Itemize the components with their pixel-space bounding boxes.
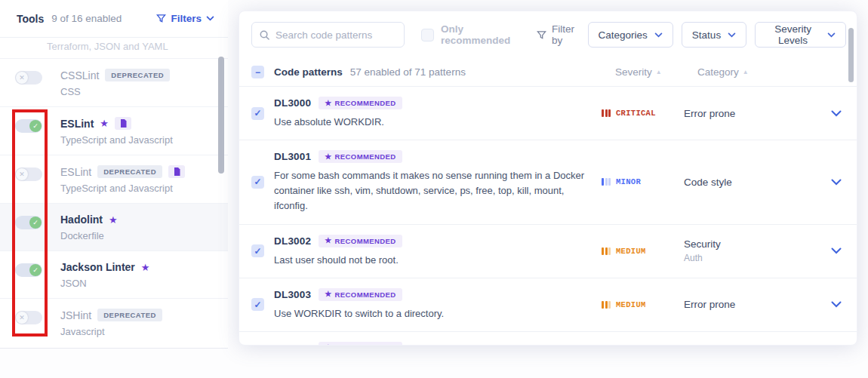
filters-button[interactable]: Filters: [156, 13, 214, 24]
category-sort-header[interactable]: Category ▲: [697, 66, 749, 78]
pattern-row[interactable]: ✓ DL3002 ★RECOMMENDED Last user should n…: [239, 225, 857, 278]
category-subname: Auth: [684, 253, 814, 263]
tool-item-jshint[interactable]: ✕ JSHint DEPRECATED Javascript: [0, 299, 228, 346]
tool-subtitle: JSON: [60, 278, 149, 289]
severity-cell: MEDIUM: [602, 247, 684, 256]
toggle-knob-check-icon: ✓: [29, 120, 42, 132]
chevron-down-icon: [827, 32, 836, 38]
status-dropdown[interactable]: Status: [682, 22, 746, 48]
severity-label: MEDIUM: [616, 300, 646, 309]
tools-sidebar: Tools 9 of 16 enabled Filters Terraform,…: [0, 0, 228, 349]
expand-row-button[interactable]: [814, 247, 857, 254]
categories-dropdown[interactable]: Categories: [588, 22, 673, 48]
pattern-checkbox[interactable]: ✓: [251, 244, 264, 257]
tool-item-hadolint[interactable]: ✓ Hadolint ★ Dockerfile: [0, 204, 228, 251]
category-name: Code style: [684, 177, 814, 188]
severity-levels-dropdown[interactable]: Severity Levels: [755, 22, 846, 48]
toggle-on[interactable]: ✓: [15, 263, 42, 277]
star-icon: ★: [325, 344, 331, 346]
patterns-enabled-summary: 57 enabled of 71 patterns: [350, 66, 466, 78]
tool-subtitle: TypeScript and Javascript: [60, 183, 185, 194]
severity-label: CRITICAL: [616, 109, 656, 118]
severity-cell: MINOR: [602, 177, 684, 186]
filter-by-label: Filter by: [552, 23, 580, 46]
code-patterns-title: Code patterns: [274, 66, 343, 78]
categories-dropdown-label: Categories: [599, 29, 648, 41]
search-icon: [260, 30, 269, 40]
status-dropdown-label: Status: [692, 29, 721, 41]
search-input[interactable]: [275, 29, 396, 41]
severity-bars-icon: [602, 109, 611, 117]
toggle-knob-x-icon: ✕: [16, 312, 28, 324]
tool-name: ESLint: [60, 118, 94, 130]
chevron-down-icon: [206, 16, 214, 21]
only-recommended-checkbox[interactable]: [421, 29, 434, 41]
code-patterns-panel: Only recommended Filter by Categories St…: [239, 11, 857, 346]
toggle-off[interactable]: ✕: [15, 167, 42, 181]
tool-name: ESLint: [60, 166, 91, 178]
pattern-checkbox[interactable]: ✓: [251, 298, 264, 311]
recommended-badge: ★RECOMMENDED: [319, 150, 402, 163]
only-recommended-label: Only recommended: [441, 23, 520, 46]
category-name: Error prone: [684, 299, 814, 310]
tool-item-jackson-linter[interactable]: ✓ Jackson Linter ★ JSON: [0, 251, 228, 299]
category-cell: Error prone: [684, 299, 814, 310]
recommended-badge: ★RECOMMENDED: [319, 288, 402, 301]
recommended-badge: ★RECOMMENDED: [319, 342, 402, 346]
deprecated-badge: DEPRECATED: [105, 69, 170, 81]
tool-item-eslint[interactable]: ✓ ESLint ★ TypeScript and Javascript: [0, 107, 228, 155]
expand-row-button[interactable]: [814, 110, 857, 117]
recommended-badge: ★RECOMMENDED: [319, 97, 402, 109]
pattern-description: For some bash commands it makes no sense…: [274, 168, 591, 214]
star-icon: ★: [325, 290, 331, 298]
partial-tool-subtitle: Terraform, JSON and YAML: [0, 38, 228, 59]
chevron-down-icon: [728, 32, 736, 38]
tool-item-eslint-deprecated[interactable]: ✕ ESLint DEPRECATED TypeScript and Javas…: [0, 155, 228, 204]
tools-title: Tools: [17, 13, 44, 25]
pattern-checkbox[interactable]: ✓: [251, 107, 264, 120]
tool-subtitle: CSS: [60, 86, 170, 97]
pattern-code: DL3004: [274, 343, 311, 346]
tool-list: Terraform, JSON and YAML ✕ CSSLint DEPRE…: [0, 38, 228, 346]
category-name: Error prone: [684, 108, 814, 119]
toggle-on[interactable]: ✓: [15, 119, 42, 133]
pattern-description: Use WORKDIR to switch to a directory.: [274, 306, 591, 321]
severity-bars-icon: [602, 247, 611, 255]
tool-item-csslint[interactable]: ✕ CSSLint DEPRECATED CSS: [0, 59, 228, 107]
deprecated-badge: DEPRECATED: [97, 309, 162, 321]
toggle-off[interactable]: ✕: [15, 71, 42, 85]
patterns-list-header: − Code patterns 57 enabled of 71 pattern…: [239, 58, 857, 87]
page: Tools 9 of 16 enabled Filters Terraform,…: [0, 0, 868, 378]
expand-row-button[interactable]: [814, 301, 857, 308]
severity-cell: CRITICAL: [602, 109, 684, 118]
pattern-code: DL3000: [274, 97, 311, 109]
sidebar-scrollbar[interactable]: [218, 57, 224, 174]
select-all-checkbox[interactable]: −: [251, 66, 264, 78]
star-icon: ★: [109, 215, 118, 225]
toggle-on[interactable]: ✓: [15, 216, 42, 229]
config-file-icon: [168, 165, 185, 178]
pattern-row[interactable]: ✓ DL3003 ★RECOMMENDED Use WORKDIR to swi…: [239, 278, 857, 332]
toggle-knob-x-icon: ✕: [16, 168, 28, 180]
patterns-scrollbar[interactable]: [848, 28, 854, 82]
pattern-row[interactable]: ✓ DL3001 ★RECOMMENDED For some bash comm…: [239, 140, 857, 224]
severity-sort-header[interactable]: Severity ▲: [615, 66, 662, 78]
pattern-checkbox[interactable]: ✓: [251, 176, 264, 189]
tool-subtitle: Javascript: [60, 326, 162, 337]
expand-row-button[interactable]: [814, 179, 857, 186]
search-box[interactable]: [251, 22, 405, 48]
category-cell: Code style: [684, 177, 814, 188]
sort-ascending-icon: ▲: [743, 69, 749, 75]
toggle-off[interactable]: ✕: [15, 311, 42, 324]
severity-label: MINOR: [616, 177, 641, 186]
pattern-row[interactable]: ✓ DL3000 ★RECOMMENDED Use absolute WORKD…: [239, 87, 857, 140]
severity-levels-dropdown-label: Severity Levels: [765, 23, 820, 46]
tool-name: JSHint: [60, 309, 91, 321]
pattern-row[interactable]: ✓ DL3004 ★RECOMMENDED Do not use sudo as…: [239, 332, 857, 346]
sort-ascending-icon: ▲: [656, 69, 662, 75]
toggle-knob-check-icon: ✓: [29, 264, 42, 276]
category-cell: Security Auth: [684, 238, 814, 263]
severity-header-label: Severity: [615, 66, 652, 78]
config-file-icon: [115, 117, 131, 130]
severity-bars-icon: [602, 301, 611, 309]
